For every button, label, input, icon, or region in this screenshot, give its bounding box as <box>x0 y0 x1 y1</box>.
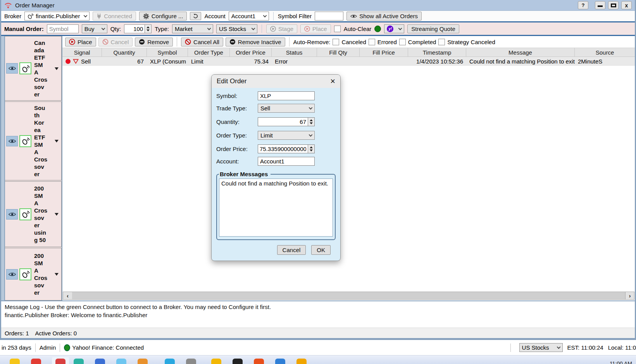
side-select[interactable]: Buy <box>82 24 107 33</box>
column-header-timestamp[interactable]: Timestamp <box>408 48 466 57</box>
cancel-button[interactable]: Cancel <box>98 38 133 46</box>
place-button[interactable]: Place <box>65 38 96 46</box>
signal-source-button[interactable] <box>19 135 31 147</box>
order-type-select[interactable]: Market <box>172 24 213 33</box>
chevron-down-icon[interactable] <box>55 273 59 276</box>
orders-count: Orders: 1 <box>5 330 29 337</box>
horizontal-scrollbar[interactable]: ‹ › <box>63 292 634 300</box>
taskbar-icon[interactable] <box>165 359 175 364</box>
spin-buttons[interactable] <box>145 25 151 33</box>
remove-button[interactable]: Remove <box>135 38 173 46</box>
dialog-body: Symbol: Trade Type: Sell Quantity: <box>212 88 340 261</box>
eye-toggle-button[interactable] <box>6 63 18 74</box>
column-header-symbol[interactable]: Symbol <box>147 48 188 57</box>
taskbar-icon[interactable] <box>116 359 126 364</box>
column-header-status[interactable]: Status <box>272 48 317 57</box>
taskbar-icon[interactable] <box>211 359 221 364</box>
broker-messages-textarea[interactable]: Could not find a matching Position to ex… <box>219 179 333 237</box>
taskbar: 11:00 AM <box>0 355 636 364</box>
spin-buttons[interactable] <box>308 145 314 153</box>
column-header-fill-price[interactable]: Fill Price <box>360 48 408 57</box>
column-header-fill-qty[interactable]: Fill Qty <box>317 48 360 57</box>
column-header-signal[interactable]: Signal <box>62 48 102 57</box>
configure-button[interactable]: Configure ... <box>139 12 187 21</box>
strategy-item-200-sma-50[interactable]: 200 SM A Cros sov er usin g 50 <box>5 181 62 247</box>
dialog-cancel-button[interactable]: Cancel <box>277 245 306 255</box>
dialog-title-bar[interactable]: Edit Order × <box>212 75 340 88</box>
help-button[interactable]: ? <box>578 1 588 9</box>
taskbar-icon[interactable] <box>138 359 148 364</box>
signal-source-button[interactable] <box>19 268 31 280</box>
taskbar-icon[interactable] <box>186 359 196 364</box>
broker-select[interactable]: finantic.Publisher <box>24 12 90 21</box>
quantity-stepper[interactable] <box>258 117 315 126</box>
column-header-quantity[interactable]: Quantity <box>102 48 147 57</box>
show-all-active-orders-button[interactable]: Show all Active Orders <box>346 12 422 21</box>
signal-source-button[interactable] <box>19 208 31 220</box>
eye-toggle-button[interactable] <box>6 269 18 280</box>
quantity-stepper[interactable] <box>124 24 152 33</box>
taskbar-icon[interactable] <box>74 359 84 364</box>
market-select[interactable]: US Stocks <box>216 24 257 33</box>
scroll-right-button[interactable]: › <box>625 292 634 299</box>
market-session-select[interactable]: US Stocks <box>519 343 563 352</box>
trade-type-select[interactable]: Sell <box>258 104 315 113</box>
symbol-field-row: Symbol: <box>216 91 336 100</box>
chevron-down-icon[interactable] <box>55 67 59 70</box>
signal-source-button[interactable] <box>19 62 31 74</box>
account-field[interactable] <box>258 157 315 166</box>
manual-place-button[interactable]: Place <box>300 24 331 33</box>
column-header-order-price[interactable]: Order Price <box>230 48 272 57</box>
errored-checkbox[interactable] <box>369 39 375 45</box>
column-header-source[interactable]: Source <box>575 48 635 57</box>
symbol-filter-input[interactable] <box>315 12 343 21</box>
chevron-down-icon[interactable] <box>55 213 59 216</box>
strategy-item-canada-etf[interactable]: Can ada ETF SM A Cros sov er <box>5 36 62 101</box>
refresh-button[interactable] <box>190 12 201 20</box>
taskbar-icon[interactable] <box>233 359 243 364</box>
streaming-quote-button[interactable]: Streaming Quote <box>407 24 459 33</box>
account-select[interactable]: Account1 <box>229 12 269 21</box>
taskbar-icon[interactable] <box>296 359 307 364</box>
table-row[interactable]: Sell 67 XLP (Consum Limit 75.34 Error 1/… <box>62 57 635 66</box>
scroll-left-button[interactable]: ‹ <box>63 292 72 299</box>
canceled-checkbox[interactable] <box>333 39 339 45</box>
taskbar-icon[interactable] <box>31 359 41 364</box>
remove-inactive-button[interactable]: Remove Inactive <box>226 38 285 46</box>
chevron-down-icon[interactable] <box>55 140 59 143</box>
title-bar[interactable]: Order Manager ? x <box>1 0 635 11</box>
chevron-down-icon <box>101 26 105 30</box>
auto-clear-checkbox[interactable] <box>334 26 341 32</box>
cancel-all-button[interactable]: Cancel All <box>181 38 223 46</box>
quantity-input[interactable] <box>258 118 308 126</box>
strategy-item-200-sma[interactable]: 200 SM A Cros sov er <box>5 248 62 300</box>
taskbar-icon[interactable] <box>254 359 264 364</box>
completed-checkbox[interactable] <box>399 39 406 45</box>
taskbar-icon[interactable] <box>10 359 20 364</box>
dialog-close-icon[interactable]: × <box>330 77 335 85</box>
strategy-item-south-korea-etf[interactable]: Sou th Kor ea ETF SM A Cros sov er <box>5 101 62 180</box>
connected-button[interactable]: Connected <box>93 12 136 21</box>
taskbar-icon[interactable] <box>55 359 65 364</box>
left-splitter[interactable] <box>1 36 5 300</box>
maximize-button[interactable] <box>608 1 619 9</box>
eye-toggle-button[interactable] <box>6 209 18 220</box>
close-button[interactable]: x <box>621 1 632 9</box>
quote-source-select[interactable]: y! <box>384 24 404 33</box>
order-price-stepper[interactable] <box>258 144 315 153</box>
taskbar-icon[interactable] <box>95 359 105 364</box>
strategy-canceled-checkbox[interactable] <box>438 39 445 45</box>
taskbar-icon[interactable] <box>275 359 285 364</box>
eye-toggle-button[interactable] <box>6 136 18 146</box>
spin-buttons[interactable] <box>308 118 314 126</box>
order-type-select[interactable]: Limit <box>258 131 315 140</box>
symbol-field[interactable] <box>258 91 315 100</box>
column-header-order-type[interactable]: Order Type <box>188 48 230 57</box>
order-price-input[interactable] <box>258 145 308 153</box>
qty-input[interactable] <box>124 25 145 33</box>
column-header-message[interactable]: Message <box>466 48 575 57</box>
stage-button[interactable]: Stage <box>266 24 297 33</box>
manual-symbol-input[interactable] <box>47 24 79 33</box>
dialog-ok-button[interactable]: OK <box>311 245 331 255</box>
minimize-button[interactable] <box>595 1 605 9</box>
